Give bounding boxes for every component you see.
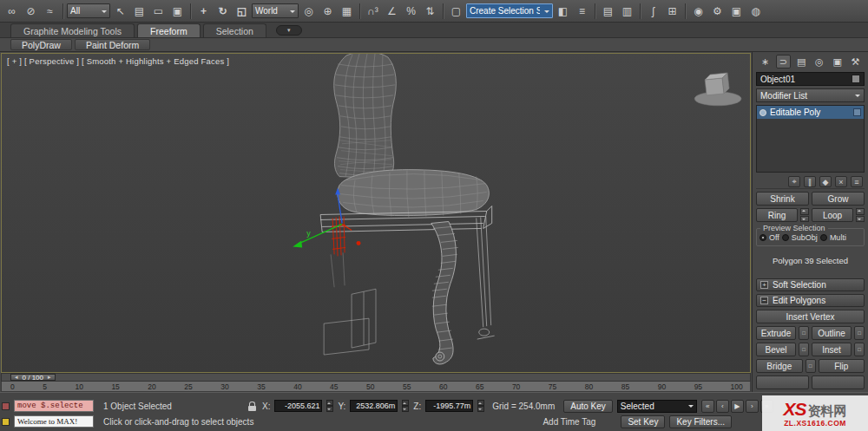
named-selection-dropdown[interactable]: Create Selection Se [466, 3, 553, 18]
partial-button[interactable] [756, 375, 809, 389]
expand-icon[interactable]: + [760, 281, 768, 289]
loop-spinner[interactable] [856, 208, 865, 222]
bridge-settings-button[interactable]: □ [806, 359, 816, 373]
render-setup-icon[interactable]: ⚙ [708, 2, 727, 20]
chair-model[interactable] [320, 54, 495, 364]
add-time-tag[interactable]: Add Time Tag [542, 417, 595, 427]
modify-tab-icon[interactable]: ⊃ [776, 55, 791, 69]
inset-button[interactable]: Inset [812, 343, 852, 356]
set-key-button[interactable]: Set Key [621, 415, 665, 428]
flip-button[interactable]: Flip [819, 359, 865, 373]
select-and-link-icon[interactable]: ∞ [3, 2, 21, 20]
go-to-start-button[interactable]: « [701, 400, 714, 413]
curve-editor-icon[interactable]: ʃ [644, 2, 662, 20]
preview-multi-radio[interactable] [820, 234, 827, 241]
make-unique-icon[interactable]: ◆ [819, 176, 832, 187]
frame-back-arrow[interactable]: ◂ [15, 374, 18, 381]
ribbon-minimize-button[interactable]: ▾ [276, 25, 302, 36]
extrude-button[interactable]: Extrude [756, 326, 796, 340]
outline-settings-button[interactable]: □ [854, 326, 865, 340]
keyboard-override-icon[interactable]: ▦ [338, 2, 356, 20]
tab-paint-deform[interactable]: Paint Deform [75, 39, 150, 50]
select-and-scale-icon[interactable]: ◱ [233, 2, 251, 20]
x-coord-field[interactable]: -2055.621 [274, 400, 322, 412]
motion-tab-icon[interactable]: ◎ [812, 55, 826, 69]
object-name-field[interactable]: Object01 [756, 72, 865, 86]
soft-selection-rollout[interactable]: + Soft Selection [756, 278, 865, 291]
ribbon-toggle-icon[interactable]: ▥ [618, 2, 636, 20]
ring-spinner[interactable] [800, 208, 809, 222]
maxscript-key-icon[interactable] [2, 418, 10, 426]
tab-freeform[interactable]: Freeform [137, 23, 201, 37]
rendered-frame-icon[interactable]: ▣ [727, 2, 746, 20]
y-coord-spinner[interactable] [402, 400, 409, 412]
modifier-stack[interactable]: Editable Poly [756, 105, 865, 173]
select-and-move-icon[interactable]: + [194, 2, 213, 20]
maxscript-listener-line2[interactable]: Welcome to MAX! [14, 415, 94, 428]
grow-button[interactable]: Grow [812, 192, 865, 206]
bevel-settings-button[interactable]: □ [799, 343, 809, 356]
show-end-result-icon[interactable]: ∥ [804, 176, 816, 187]
extrude-settings-button[interactable]: □ [799, 326, 809, 340]
display-tab-icon[interactable]: ▣ [830, 55, 845, 69]
previous-frame-button[interactable]: ‹ [716, 400, 729, 413]
insert-vertex-button[interactable]: Insert Vertex [756, 310, 865, 323]
stack-expand-button[interactable] [853, 108, 861, 116]
ring-button[interactable]: Ring [756, 208, 798, 222]
next-frame-button[interactable]: › [746, 400, 759, 413]
unlink-selection-icon[interactable]: ⊘ [22, 2, 40, 20]
shrink-button[interactable]: Shrink [756, 192, 809, 206]
render-production-icon[interactable]: ◍ [746, 2, 765, 20]
select-by-name-icon[interactable]: ▤ [130, 2, 148, 20]
select-and-manipulate-icon[interactable]: ⊕ [319, 2, 337, 20]
select-object-icon[interactable]: ↖ [111, 2, 129, 20]
hierarchy-tab-icon[interactable]: ▤ [794, 55, 809, 69]
tab-graphite-modeling-tools[interactable]: Graphite Modeling Tools [10, 23, 135, 37]
partial-button[interactable] [812, 375, 865, 389]
tab-polydraw[interactable]: PolyDraw [10, 39, 72, 50]
object-color-swatch[interactable] [852, 75, 860, 83]
bevel-button[interactable]: Bevel [756, 343, 796, 356]
percent-snap-icon[interactable]: % [402, 2, 420, 20]
selected-dropdown[interactable]: Selected [617, 400, 697, 413]
preview-subobj-radio[interactable] [782, 234, 789, 241]
stack-item-editable-poly[interactable]: Editable Poly [757, 106, 864, 119]
reference-coordinate-dropdown[interactable]: World [252, 3, 299, 18]
utilities-tab-icon[interactable]: ⚒ [848, 55, 863, 69]
modifier-list-dropdown[interactable]: Modifier List [756, 88, 865, 102]
use-pivot-center-icon[interactable]: ◎ [299, 2, 318, 20]
perspective-viewport[interactable]: [ + ] [ Perspective ] [ Smooth + Highlig… [1, 53, 751, 373]
z-coord-field[interactable]: -1995.77m [425, 400, 473, 412]
viewcube[interactable] [694, 73, 741, 106]
schematic-view-icon[interactable]: ⊞ [663, 2, 681, 20]
viewport-label[interactable]: [ + ] [ Perspective ] [ Smooth + Highlig… [7, 56, 229, 66]
loop-button[interactable]: Loop [812, 208, 853, 222]
collapse-icon[interactable]: − [760, 297, 768, 304]
pin-stack-icon[interactable]: ⌖ [788, 176, 800, 187]
frame-forward-arrow[interactable]: ▸ [48, 374, 51, 381]
maxscript-listener-icon[interactable] [2, 402, 10, 410]
mirror-icon[interactable]: ◧ [554, 2, 572, 20]
maxscript-mini-listener[interactable]: move $.selecte [14, 400, 94, 412]
remove-modifier-icon[interactable]: × [835, 176, 847, 187]
play-button[interactable]: ▶ [731, 400, 744, 413]
x-coord-spinner[interactable] [326, 400, 333, 412]
rectangular-selection-region-icon[interactable]: ▭ [149, 2, 168, 20]
tab-selection[interactable]: Selection [203, 23, 266, 37]
bridge-button[interactable]: Bridge [756, 359, 803, 373]
angle-snap-icon[interactable]: ∠ [383, 2, 401, 20]
time-slider-track[interactable]: ◂ 0 / 100 ▸ [1, 373, 751, 382]
key-filters-button[interactable]: Key Filters... [669, 415, 732, 428]
inset-settings-button[interactable]: □ [854, 343, 865, 356]
edit-polygons-rollout[interactable]: − Edit Polygons [756, 294, 865, 307]
selection-filter-dropdown[interactable]: All [67, 3, 110, 18]
y-coord-field[interactable]: 2532.806m [350, 400, 398, 412]
viewport-canvas[interactable]: y [2, 54, 750, 372]
align-icon[interactable]: ≡ [573, 2, 591, 20]
outline-button[interactable]: Outline [812, 326, 852, 340]
time-slider-handle[interactable]: ◂ 0 / 100 ▸ [10, 374, 56, 381]
create-tab-icon[interactable]: ∗ [758, 55, 773, 69]
snap-toggle-icon[interactable]: ∩³ [364, 2, 382, 20]
layer-manager-icon[interactable]: ▤ [599, 2, 617, 20]
material-editor-icon[interactable]: ◉ [689, 2, 707, 20]
